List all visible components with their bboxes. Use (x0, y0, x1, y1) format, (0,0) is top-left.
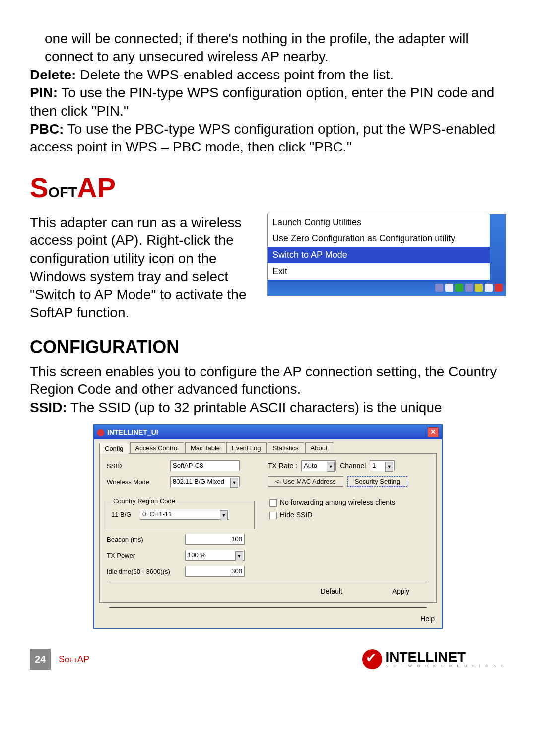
crc-label: 11 B/G (111, 511, 136, 518)
tab-statistics[interactable]: Statistics (268, 442, 304, 453)
intellinet-dialog: INTELLINET_UI ✕ Config Access Control Ma… (93, 424, 443, 629)
configuration-heading: CONFIGURATION (30, 337, 506, 358)
context-menu: Launch Config Utilities Use Zero Configu… (268, 214, 506, 280)
brand-name: INTELLINET (385, 650, 506, 664)
no-forward-checkbox[interactable]: No forwarding among wireless clients (269, 498, 429, 507)
divider (109, 607, 427, 608)
tab-about[interactable]: About (305, 442, 333, 453)
config-panel: SSID SoftAP-C8 Wireless Mode 802.11 B/G … (99, 453, 437, 603)
idle-input[interactable]: 300 (185, 566, 245, 577)
pbc-line: PBC: To use the PBC-type WPS configurati… (30, 120, 506, 156)
security-setting-button[interactable]: Security Setting (347, 476, 407, 487)
close-button[interactable]: ✕ (428, 427, 439, 437)
crc-select[interactable]: 0: CH1-11 (140, 509, 229, 520)
tray-icon[interactable] (495, 284, 503, 292)
tray-icon[interactable] (485, 284, 493, 292)
window-title: INTELLINET_UI (107, 428, 158, 436)
wireless-mode-label: Wireless Mode (107, 478, 166, 486)
hide-ssid-checkbox[interactable]: Hide SSID (269, 511, 429, 519)
brand-tagline: N E T W O R K S O L U T I O N S (385, 664, 506, 668)
ssid-line: SSID: The SSID (up to 32 printable ASCII… (30, 399, 506, 417)
ssid-input[interactable]: SoftAP-C8 (170, 460, 240, 471)
txrate-select[interactable]: Auto (301, 460, 336, 471)
default-button[interactable]: Default (321, 587, 342, 595)
desktop-edge (490, 214, 506, 284)
help-button[interactable]: Help (420, 615, 435, 623)
tab-event-log[interactable]: Event Log (226, 442, 267, 453)
footer-section-label: SoftAP (59, 654, 89, 665)
brand-logo: INTELLINET N E T W O R K S O L U T I O N… (362, 649, 506, 669)
body-text-block: one will be connected; if there's nothin… (30, 30, 506, 156)
intro-continuation: one will be connected; if there's nothin… (30, 30, 506, 66)
txpower-select[interactable]: 100 % (185, 550, 245, 561)
idle-label: Idle time(60 - 3600)(s) (107, 568, 181, 575)
config-intro: This screen enables you to configure the… (30, 363, 506, 399)
system-tray (268, 280, 506, 296)
apply-button[interactable]: Apply (392, 587, 409, 595)
ssid-label: SSID (107, 462, 166, 470)
context-menu-screenshot: Launch Config Utilities Use Zero Configu… (267, 214, 506, 296)
txrate-label: TX Rate : (268, 462, 297, 470)
tray-icon[interactable] (455, 284, 463, 292)
tray-icon[interactable] (435, 284, 443, 292)
softap-heading: SoftAP (30, 171, 506, 204)
country-region-fieldset: Country Region Code 11 B/G 0: CH1-11 (107, 497, 255, 529)
delete-line: Delete: Delete the WPS-enabled access po… (30, 66, 506, 84)
checkmark-icon (362, 649, 382, 669)
tab-config[interactable]: Config (99, 443, 129, 454)
page-footer: 24 SoftAP INTELLINET N E T W O R K S O L… (30, 649, 506, 670)
tray-icon[interactable] (445, 284, 453, 292)
tab-mac-table[interactable]: Mac Table (185, 442, 225, 453)
tray-icon[interactable] (475, 284, 483, 292)
ctx-item-zero[interactable]: Use Zero Configuration as Configuration … (268, 230, 506, 247)
channel-select[interactable]: 1 (370, 460, 395, 471)
tray-icon[interactable] (465, 284, 473, 292)
app-icon (97, 429, 104, 436)
channel-label: Channel (340, 462, 366, 470)
use-mac-button[interactable]: <- Use MAC Address (268, 476, 343, 487)
pin-line: PIN: To use the PIN-type WPS configurati… (30, 84, 506, 120)
beacon-input[interactable]: 100 (185, 534, 245, 545)
ctx-item-switch-ap[interactable]: Switch to AP Mode (268, 247, 506, 263)
tab-access-control[interactable]: Access Control (130, 442, 184, 453)
window-titlebar: INTELLINET_UI ✕ (94, 425, 442, 439)
ctx-item-launch[interactable]: Launch Config Utilities (268, 214, 506, 230)
crc-legend: Country Region Code (111, 497, 177, 505)
tab-strip: Config Access Control Mac Table Event Lo… (94, 439, 442, 453)
beacon-label: Beacon (ms) (107, 536, 181, 543)
wireless-mode-select[interactable]: 802.11 B/G Mixed (170, 476, 240, 487)
page-number: 24 (30, 649, 51, 670)
divider (109, 582, 427, 582)
txpower-label: TX Power (107, 552, 181, 559)
ctx-item-exit[interactable]: Exit (268, 263, 506, 280)
